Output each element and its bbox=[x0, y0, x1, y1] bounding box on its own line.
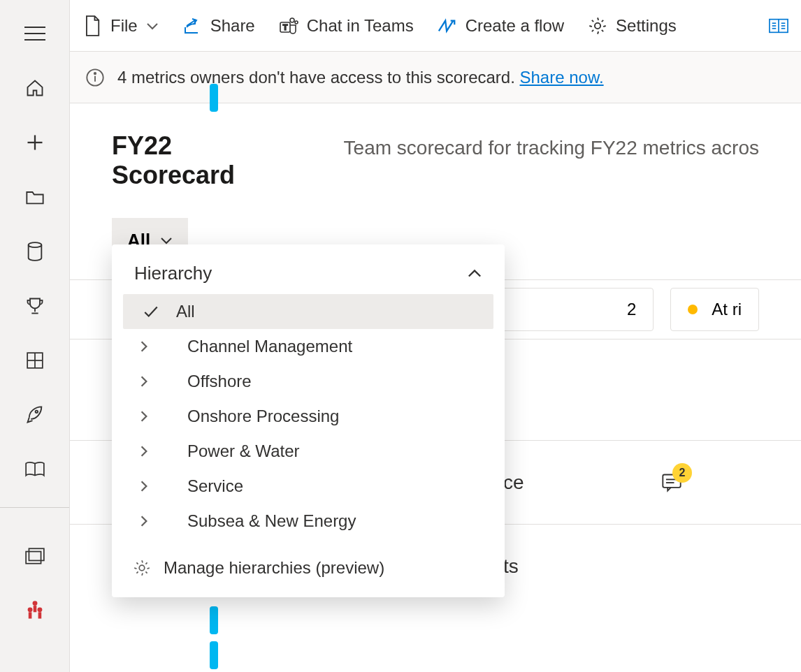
add-icon[interactable] bbox=[14, 122, 56, 163]
teams-icon: T bbox=[279, 16, 298, 36]
dropdown-item-label: Channel Management bbox=[164, 337, 352, 356]
chevron-down-icon bbox=[160, 236, 173, 244]
rocket-icon[interactable] bbox=[14, 394, 56, 436]
timeline-bar-icon bbox=[210, 641, 218, 669]
dropdown-title: Hierarchy bbox=[134, 263, 212, 284]
windows-icon[interactable] bbox=[14, 535, 56, 577]
timeline-bar-icon bbox=[210, 606, 218, 634]
page-title: FY22 Scorecard bbox=[112, 131, 299, 190]
comment-button[interactable]: 2 bbox=[661, 473, 682, 492]
hamburger-menu-icon[interactable] bbox=[14, 13, 56, 54]
folder-icon[interactable] bbox=[14, 176, 56, 218]
chevron-right-icon[interactable] bbox=[136, 445, 152, 458]
dropdown-list: All Channel Management Offshore Onshore … bbox=[123, 294, 493, 539]
chevron-up-icon bbox=[467, 269, 482, 279]
top-toolbar: File Share T Chat in Teams Create a flow bbox=[70, 0, 801, 52]
share-label: Share bbox=[210, 16, 255, 36]
status-label-fragment: At ri bbox=[712, 300, 742, 319]
svg-point-23 bbox=[595, 22, 600, 28]
manage-hierarchies-label: Manage hierarchies (preview) bbox=[164, 558, 384, 578]
svg-rect-14 bbox=[34, 606, 37, 612]
info-banner: 4 metrics owners don't have access to th… bbox=[70, 52, 801, 103]
status-card-at-risk[interactable]: At ri bbox=[670, 288, 759, 331]
dropdown-item-label: All bbox=[171, 302, 195, 321]
svg-point-21 bbox=[290, 18, 294, 22]
share-icon bbox=[182, 16, 202, 36]
people-org-icon[interactable] bbox=[14, 590, 56, 631]
dropdown-item-label: Offshore bbox=[164, 372, 252, 391]
home-icon[interactable] bbox=[14, 67, 56, 109]
timeline-bar-icon bbox=[210, 84, 218, 112]
svg-point-22 bbox=[295, 21, 298, 24]
svg-point-15 bbox=[28, 607, 33, 612]
page-subtitle: Team scorecard for tracking FY22 metrics… bbox=[344, 137, 759, 159]
dropdown-item-offshore[interactable]: Offshore bbox=[123, 364, 493, 399]
dropdown-item-power-water[interactable]: Power & Water bbox=[123, 434, 493, 469]
database-icon[interactable] bbox=[14, 231, 56, 272]
dropdown-item-label: Service bbox=[164, 476, 243, 496]
svg-point-17 bbox=[37, 607, 42, 612]
svg-rect-12 bbox=[26, 552, 41, 564]
reading-icon bbox=[769, 16, 788, 36]
svg-rect-18 bbox=[38, 612, 42, 618]
comment-count-badge: 2 bbox=[672, 463, 692, 483]
book-icon[interactable] bbox=[14, 448, 56, 490]
chat-teams-button[interactable]: T Chat in Teams bbox=[279, 16, 414, 36]
dropdown-item-label: Subsea & New Energy bbox=[164, 511, 356, 531]
checkmark-icon bbox=[143, 305, 159, 319]
chevron-right-icon[interactable] bbox=[136, 375, 152, 388]
dropdown-item-subsea-new-energy[interactable]: Subsea & New Energy bbox=[123, 504, 493, 539]
metric-name-fragment: ce bbox=[503, 472, 524, 494]
apps-icon[interactable] bbox=[14, 339, 56, 381]
chevron-right-icon[interactable] bbox=[136, 410, 152, 423]
info-icon bbox=[85, 68, 105, 87]
info-text: 4 metrics owners don't have access to th… bbox=[117, 68, 520, 87]
settings-label: Settings bbox=[616, 16, 677, 36]
chevron-down-icon bbox=[146, 22, 159, 30]
dropdown-item-label: Onshore Processing bbox=[164, 407, 339, 426]
svg-point-9 bbox=[35, 411, 38, 414]
reading-view-button[interactable] bbox=[769, 16, 788, 36]
dropdown-header[interactable]: Hierarchy bbox=[123, 257, 493, 294]
gear-icon bbox=[133, 559, 151, 577]
dropdown-item-all[interactable]: All bbox=[123, 294, 493, 329]
hierarchy-dropdown: Hierarchy All Channel Management Offshor… bbox=[112, 244, 505, 597]
dropdown-item-onshore-processing[interactable]: Onshore Processing bbox=[123, 399, 493, 434]
share-button[interactable]: Share bbox=[182, 16, 255, 36]
chevron-right-icon[interactable] bbox=[136, 515, 152, 527]
share-now-link[interactable]: Share now. bbox=[520, 68, 604, 87]
chevron-right-icon[interactable] bbox=[136, 340, 152, 353]
flow-icon bbox=[438, 16, 457, 36]
file-menu[interactable]: File bbox=[82, 16, 159, 36]
svg-point-13 bbox=[33, 601, 38, 606]
status-count: 2 bbox=[627, 300, 636, 319]
svg-rect-11 bbox=[29, 548, 43, 560]
trophy-icon[interactable] bbox=[14, 285, 56, 327]
chevron-right-icon[interactable] bbox=[136, 480, 152, 492]
svg-rect-16 bbox=[29, 612, 32, 618]
file-icon bbox=[82, 16, 102, 36]
svg-text:T: T bbox=[282, 23, 287, 31]
manage-hierarchies-link[interactable]: Manage hierarchies (preview) bbox=[123, 539, 493, 578]
file-label: File bbox=[110, 16, 138, 36]
dropdown-item-channel-management[interactable]: Channel Management bbox=[123, 329, 493, 364]
svg-point-5 bbox=[28, 242, 41, 247]
svg-point-34 bbox=[94, 73, 96, 74]
svg-point-38 bbox=[139, 565, 145, 571]
dropdown-item-service[interactable]: Service bbox=[123, 469, 493, 504]
dropdown-item-label: Power & Water bbox=[164, 441, 300, 461]
chat-label: Chat in Teams bbox=[307, 16, 414, 36]
create-flow-button[interactable]: Create a flow bbox=[438, 16, 564, 36]
page-content: FY22 Scorecard Team scorecard for tracki… bbox=[70, 103, 801, 263]
gear-icon bbox=[588, 16, 607, 36]
status-dot-icon bbox=[688, 305, 698, 314]
flow-label: Create a flow bbox=[466, 16, 564, 36]
left-nav-rail bbox=[0, 0, 70, 672]
metric-name-fragment: ts bbox=[503, 555, 519, 578]
settings-button[interactable]: Settings bbox=[588, 16, 677, 36]
